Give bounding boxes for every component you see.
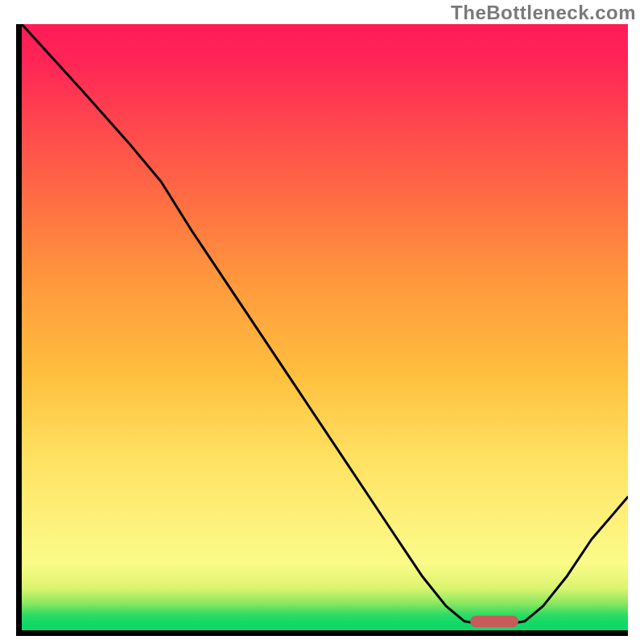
chart-container: TheBottleneck.com xyxy=(0,0,644,644)
sweet-spot-marker xyxy=(470,616,518,627)
plot-area xyxy=(16,24,628,636)
bottleneck-curve xyxy=(22,24,628,630)
bottleneck-curve-path xyxy=(22,24,628,625)
attribution-watermark: TheBottleneck.com xyxy=(451,2,636,24)
